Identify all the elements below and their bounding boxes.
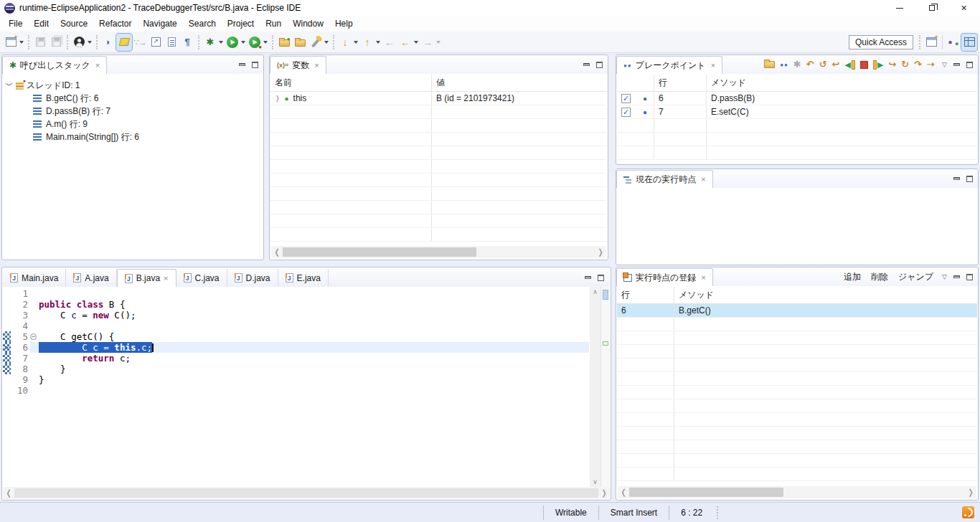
debug-perspective-button[interactable] (961, 34, 977, 51)
exec-point-row[interactable]: 6B.getC() (617, 304, 977, 318)
last-edit-location-button[interactable]: ← (382, 34, 397, 51)
minimize-view-button[interactable] (953, 63, 960, 66)
code-line-4[interactable]: 4 (3, 321, 589, 331)
next-annotation-dropdown[interactable] (354, 41, 358, 46)
minimize-view-button[interactable] (239, 63, 245, 66)
external-tools-button[interactable] (308, 34, 324, 51)
trace-button[interactable]: ◗ (100, 34, 116, 51)
run-button[interactable] (225, 34, 240, 51)
step-into-icon[interactable]: ↪ (888, 59, 896, 70)
scroll-right-icon[interactable]: ❭ (598, 488, 610, 498)
menu-help[interactable]: Help (329, 16, 359, 31)
scroll-left-icon[interactable]: ❬ (618, 488, 629, 497)
code-line-2[interactable]: 2public class B { (3, 299, 589, 310)
minimize-view-button[interactable] (585, 276, 591, 279)
resume-backward-icon[interactable] (844, 60, 854, 70)
previous-annotation-dropdown[interactable] (376, 41, 380, 46)
forward-dropdown[interactable] (436, 41, 440, 46)
forward-button[interactable]: → (420, 34, 435, 51)
resume-forward-icon[interactable] (873, 60, 883, 70)
menu-window[interactable]: Window (287, 16, 329, 31)
maximize-view-button[interactable] (596, 62, 603, 68)
column-header-value[interactable]: 値 (432, 75, 607, 91)
tab-close-icon[interactable]: × (164, 274, 168, 283)
fold-collapse-icon[interactable]: − (30, 333, 37, 340)
delete-button[interactable]: 削除 (871, 271, 888, 283)
menu-file[interactable]: File (3, 16, 28, 31)
editor-tab-B.java[interactable]: JB.java× (117, 269, 176, 287)
minimize-view-button[interactable] (583, 63, 590, 66)
menu-run[interactable]: Run (260, 16, 287, 31)
step-filters-button[interactable]: ∵→ (132, 34, 148, 51)
call-stack-tab[interactable]: ✱ 呼び出しスタック × (2, 56, 107, 74)
scroll-right-icon[interactable]: ❭ (965, 488, 976, 497)
quick-access-button[interactable]: Quick Access (849, 35, 913, 49)
previous-annotation-button[interactable]: ↑ (359, 34, 375, 51)
code-line-5[interactable]: 5− C getC() { (3, 331, 589, 342)
variables-tab[interactable]: (x)= 変数 × (270, 56, 326, 74)
editor-tab-Main.java[interactable]: JMain.java (3, 269, 66, 287)
column-header-line[interactable]: 行 (617, 287, 674, 303)
new-wizard-dropdown[interactable] (19, 41, 24, 46)
view-close-icon[interactable]: × (701, 273, 705, 282)
back-button[interactable]: ← (397, 34, 413, 51)
chevron-collapsed-icon[interactable]: ❭ (275, 95, 281, 102)
step-back-into-icon[interactable]: ↩ (832, 59, 840, 70)
import-button[interactable] (276, 34, 292, 51)
code-line-3[interactable]: 3 C c = new C(); (3, 310, 589, 321)
stack-frame[interactable]: D.passB(B) 行: 7 (6, 105, 260, 118)
new-wizard-button[interactable] (3, 34, 19, 51)
checkbox-checked-icon[interactable]: ✓ (621, 94, 631, 103)
maximize-view-button[interactable] (966, 274, 973, 280)
open-type-button[interactable] (148, 34, 164, 51)
scroll-left-icon[interactable]: ❬ (3, 488, 14, 498)
step-back-return-icon[interactable]: ↶ (806, 59, 814, 70)
open-perspective-button[interactable] (923, 34, 939, 51)
viewport-marker[interactable] (603, 290, 608, 300)
scrollbar-thumb[interactable] (283, 247, 476, 257)
stack-frame[interactable]: Main.main(String[]) 行: 6 (6, 130, 260, 143)
window-restore-button[interactable] (915, 0, 948, 16)
breakpoint-kinds-icon[interactable]: ●● (780, 62, 788, 68)
variable-row[interactable]: ❭●thisB (id = 2101973421) (270, 92, 607, 105)
maximize-view-button[interactable] (966, 176, 973, 182)
editor-tab-E.java[interactable]: JE.java (278, 269, 329, 287)
scroll-up-icon[interactable]: ∧ (590, 288, 600, 295)
breakpoint-row[interactable]: ✓●6D.passB(B) (617, 92, 977, 105)
current-point-tab[interactable]: 現在の実行時点 × (616, 170, 713, 188)
next-annotation-button[interactable]: ↓ (337, 34, 353, 51)
menu-navigate[interactable]: Navigate (137, 16, 182, 31)
window-close-button[interactable]: × (948, 0, 980, 16)
maximize-view-button[interactable] (966, 62, 973, 68)
editor-tab-A.java[interactable]: JA.java (66, 269, 116, 287)
stack-frame[interactable]: A.m() 行: 9 (6, 118, 260, 130)
code-editor[interactable]: 12public class B {3 C c = new C();45− C … (3, 287, 589, 487)
account-dropdown[interactable] (88, 41, 92, 46)
maximize-view-button[interactable] (252, 62, 258, 68)
editor-tab-D.java[interactable]: JD.java (227, 269, 278, 287)
view-close-icon[interactable]: × (711, 61, 715, 70)
menu-edit[interactable]: Edit (28, 16, 55, 31)
code-line-8[interactable]: 8 } (3, 364, 589, 374)
external-tools-dropdown[interactable] (324, 41, 329, 46)
run-to-line-icon[interactable]: ⇢ (927, 59, 935, 70)
editor-tab-C.java[interactable]: JC.java (176, 269, 227, 287)
view-close-icon[interactable]: × (314, 61, 319, 70)
coverage-button[interactable] (247, 34, 263, 51)
coverage-dropdown[interactable] (263, 41, 268, 46)
debug-dropdown[interactable] (219, 41, 223, 46)
breakpoint-row[interactable]: ✓●7E.setC(C) (617, 105, 977, 119)
scroll-down-icon[interactable]: ∨ (590, 478, 600, 485)
jump-button[interactable]: ジャンプ (898, 271, 933, 283)
column-header-line[interactable]: 行 (654, 75, 707, 91)
account-button[interactable] (71, 34, 87, 51)
checkbox-checked-icon[interactable]: ✓ (621, 108, 631, 117)
thread-node[interactable]: ❭ スレッドID: 1 (6, 79, 260, 92)
open-element-button[interactable] (164, 34, 179, 51)
save-all-button[interactable] (48, 34, 64, 51)
view-menu-icon[interactable]: ▽ (942, 61, 947, 68)
run-dropdown[interactable] (241, 41, 245, 46)
view-close-icon[interactable]: × (701, 175, 705, 184)
debug-button[interactable]: ✱ (202, 34, 218, 51)
column-header-method[interactable]: メソッド (674, 287, 977, 303)
